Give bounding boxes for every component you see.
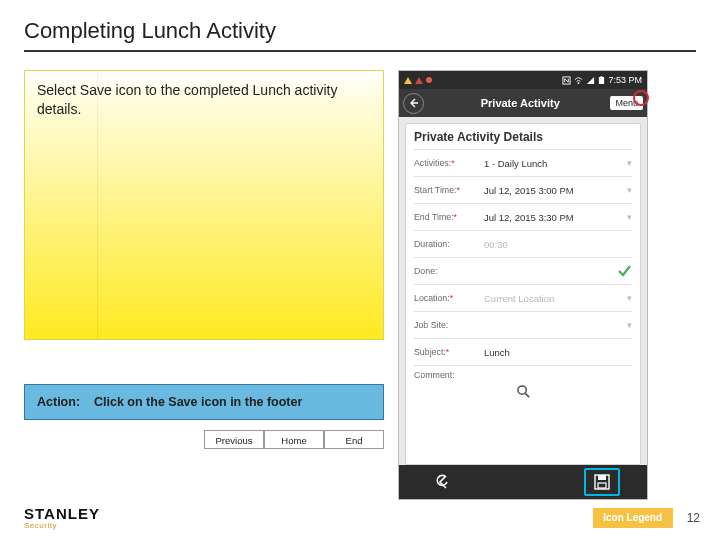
brand-sub: Security: [24, 522, 100, 530]
slide-footer: STANLEY Security Icon Legend 12: [24, 506, 700, 530]
chevron-down-icon: ▾: [627, 320, 632, 330]
svg-rect-3: [601, 76, 603, 77]
field-start-time[interactable]: Start Time:* Jul 12, 2015 3:00 PM ▾: [414, 176, 632, 203]
appbar-title: Private Activity: [430, 97, 610, 109]
field-activities[interactable]: Activities:* 1 - Daily Lunch ▾: [414, 149, 632, 176]
highlight-ring-icon: [633, 90, 649, 106]
field-end-time[interactable]: End Time:* Jul 12, 2015 3:30 PM ▾: [414, 203, 632, 230]
end-button[interactable]: End: [324, 430, 384, 449]
svg-line-5: [525, 393, 529, 397]
status-bar: 7:53 PM: [399, 71, 647, 89]
footer-back-icon[interactable]: [435, 473, 453, 491]
instruction-text: Select Save icon to the completed Lunch …: [37, 82, 337, 117]
card-title: Private Activity Details: [414, 130, 632, 149]
done-checkbox[interactable]: [616, 263, 632, 279]
end-label: End Time:*: [414, 212, 484, 222]
chevron-down-icon: ▾: [627, 158, 632, 168]
subject-label: Subject:*: [414, 347, 484, 357]
end-value: Jul 12, 2015 3:30 PM: [484, 212, 623, 223]
svg-rect-2: [599, 77, 604, 84]
battery-icon: [598, 76, 605, 85]
activities-value: 1 - Daily Lunch: [484, 158, 623, 169]
nav-row: Previous Home End: [204, 430, 384, 449]
field-location[interactable]: Location:* Current Location ▾: [414, 284, 632, 311]
back-arrow-icon: [409, 98, 419, 108]
left-column: Select Save icon to the completed Lunch …: [24, 70, 384, 500]
comment-label: Comment:: [414, 370, 455, 380]
location-value: Current Location: [484, 293, 623, 304]
icon-legend-button[interactable]: Icon Legend: [593, 508, 673, 528]
checkmark-icon: [617, 264, 631, 278]
done-label: Done:: [414, 266, 484, 276]
content-row: Select Save icon to the completed Lunch …: [24, 70, 696, 500]
chevron-down-icon: ▾: [627, 212, 632, 222]
field-subject[interactable]: Subject:* Lunch: [414, 338, 632, 365]
svg-point-4: [517, 386, 525, 394]
phone-mock: 7:53 PM Private Activity Menu Private Ac…: [398, 70, 648, 500]
action-label: Action:: [37, 395, 80, 409]
activities-label: Activities:*: [414, 158, 484, 168]
action-text: Click on the Save icon in the footer: [94, 395, 302, 409]
chevron-down-icon: ▾: [627, 293, 632, 303]
subject-value: Lunch: [484, 347, 632, 358]
field-done[interactable]: Done:: [414, 257, 632, 284]
start-label: Start Time:*: [414, 185, 484, 195]
title-rule: [24, 50, 696, 52]
previous-button[interactable]: Previous: [204, 430, 264, 449]
location-label: Location:*: [414, 293, 484, 303]
zoom-row: [414, 380, 632, 405]
svg-point-1: [578, 82, 580, 84]
field-jobsite[interactable]: Job Site: ▾: [414, 311, 632, 338]
page-number: 12: [687, 511, 700, 525]
nfc-icon: [562, 76, 571, 85]
status-time: 7:53 PM: [608, 75, 642, 85]
brand-logo: STANLEY Security: [24, 506, 100, 530]
field-comment[interactable]: Comment:: [414, 365, 632, 380]
menu-button[interactable]: Menu: [610, 96, 643, 110]
status-right: 7:53 PM: [562, 75, 642, 85]
status-left: [404, 77, 432, 84]
start-value: Jul 12, 2015 3:00 PM: [484, 185, 623, 196]
app-bar: Private Activity Menu: [399, 89, 647, 117]
duration-label: Duration:: [414, 239, 484, 249]
home-button[interactable]: Home: [264, 430, 324, 449]
duration-value: 00:30: [484, 239, 632, 250]
wifi-icon: [574, 76, 583, 85]
field-duration: Duration: 00:30: [414, 230, 632, 257]
screen-body: Private Activity Details Activities:* 1 …: [399, 117, 647, 465]
brand-name: STANLEY: [24, 506, 100, 521]
slide-title: Completing Lunch Activity: [24, 18, 696, 44]
notification-dot-icon: [426, 77, 432, 83]
back-button[interactable]: [403, 93, 424, 114]
phone-footer: [399, 465, 647, 499]
chevron-down-icon: ▾: [627, 185, 632, 195]
details-card: Private Activity Details Activities:* 1 …: [405, 123, 641, 465]
alert-icon: [415, 77, 423, 84]
instruction-box: Select Save icon to the completed Lunch …: [24, 70, 384, 340]
save-highlight-box: [584, 468, 620, 496]
signal-icon: [586, 76, 595, 85]
magnifier-icon[interactable]: [516, 384, 531, 399]
jobsite-label: Job Site:: [414, 320, 484, 330]
action-box: Action: Click on the Save icon in the fo…: [24, 384, 384, 420]
warning-icon: [404, 77, 412, 84]
